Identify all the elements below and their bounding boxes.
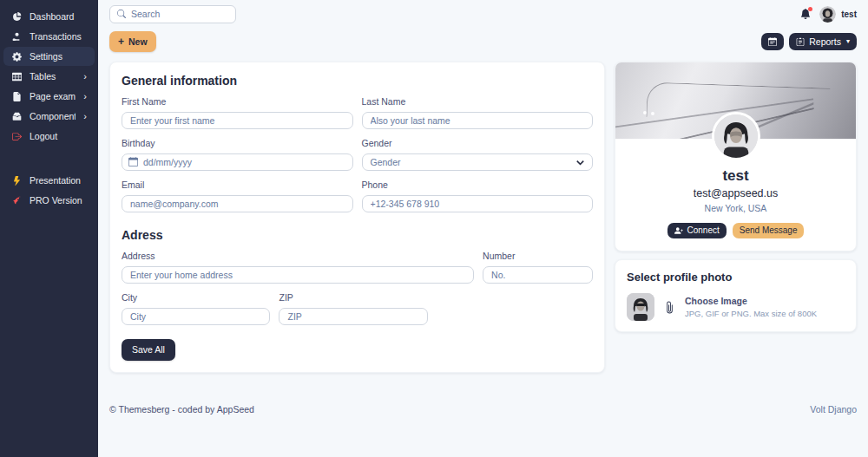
photo-upload-text[interactable]: Choose Image JPG, GIF or PNG. Max size o… <box>685 296 817 318</box>
sidebar-item-label: Components <box>30 111 76 121</box>
sidebar-item-label: Transactions <box>30 31 87 42</box>
document-icon <box>11 91 22 101</box>
sidebar-divider-gap <box>3 147 95 171</box>
hand-cash-icon <box>11 31 22 42</box>
new-button-label: New <box>128 37 148 47</box>
photo-upload-row: Choose Image JPG, GIF or PNG. Max size o… <box>627 293 845 321</box>
calendar-button[interactable] <box>761 33 784 51</box>
person-plus-icon <box>674 226 683 235</box>
notifications-button[interactable] <box>800 9 811 19</box>
select-profile-photo-card: Select profile photo Choose Image JPG, G… <box>615 259 857 332</box>
pie-chart-icon <box>11 11 22 22</box>
plus-icon: + <box>118 36 124 47</box>
profile-avatar <box>712 112 760 160</box>
chevron-right-icon: › <box>83 112 87 121</box>
phone-input[interactable] <box>362 195 594 212</box>
sidebar-item-label: Page examples <box>30 91 76 101</box>
sidebar-item-components[interactable]: Components › <box>3 107 95 126</box>
search-icon <box>117 10 126 18</box>
gender-label: Gender <box>362 138 594 148</box>
connect-button-label: Connect <box>687 226 720 235</box>
chevron-right-icon: › <box>83 92 87 101</box>
search-box <box>109 5 236 23</box>
inbox-icon <box>11 111 22 121</box>
user-menu[interactable]: test <box>819 6 857 23</box>
user-name: test <box>841 10 857 19</box>
sidebar-item-settings[interactable]: Settings <box>3 47 95 66</box>
sidebar-item-label: Dashboard <box>30 11 87 22</box>
calendar-icon <box>128 157 138 166</box>
chevron-right-icon: › <box>83 72 87 82</box>
logout-icon <box>11 131 22 141</box>
topbar-right: test <box>800 6 857 23</box>
gear-icon <box>11 51 22 62</box>
cover-lights <box>643 111 647 114</box>
city-input[interactable] <box>122 308 270 325</box>
number-label: Number <box>483 251 593 261</box>
sidebar-item-transactions[interactable]: Transactions <box>3 27 95 46</box>
sidebar-item-label: PRO Version <box>30 195 87 206</box>
profile-actions: Connect Send Message <box>615 223 856 238</box>
chevron-down-icon <box>576 159 584 166</box>
sidebar-item-presentation[interactable]: Presentation <box>3 171 95 190</box>
content-row: General information First Name Last Name… <box>109 62 857 373</box>
profile-email: test@appseed.us <box>615 187 856 199</box>
number-input[interactable] <box>483 266 593 284</box>
clipboard-icon <box>796 37 805 46</box>
profile-photo-thumbnail <box>627 293 654 321</box>
sidebar-item-tables[interactable]: Tables › <box>3 67 95 86</box>
theme-link[interactable]: Volt Django <box>810 404 857 415</box>
new-button[interactable]: + New <box>109 31 156 52</box>
rocket-icon <box>11 195 22 206</box>
zip-input[interactable] <box>279 308 427 325</box>
sidebar-item-dashboard[interactable]: Dashboard <box>3 7 95 26</box>
select-profile-photo-title: Select profile photo <box>627 271 845 284</box>
chevron-down-icon: ▾ <box>846 38 850 45</box>
avatar <box>819 6 836 23</box>
copyright-text: © Themesberg - coded by AppSeed <box>109 404 254 415</box>
paperclip-icon[interactable] <box>663 301 676 314</box>
address-input[interactable] <box>122 266 474 284</box>
reports-button-label: Reports <box>809 37 841 47</box>
address-label: Address <box>122 251 474 261</box>
save-all-button[interactable]: Save All <box>122 339 175 361</box>
notification-badge <box>808 7 812 11</box>
sidebar-item-pro-version[interactable]: PRO Version <box>3 191 95 210</box>
zip-label: ZIP <box>279 292 427 303</box>
choose-image-label: Choose Image <box>685 296 817 306</box>
choose-image-hint: JPG, GIF or PNG. Max size of 800K <box>685 309 817 318</box>
birthday-label: Birthday <box>122 138 353 148</box>
address-section-title: Adress <box>122 228 593 242</box>
profile-card: test test@appseed.us New York, USA Conne… <box>615 62 857 251</box>
sidebar-item-label: Tables <box>30 71 76 82</box>
sidebar-item-logout[interactable]: Logout <box>3 127 95 146</box>
sidebar: Dashboard Transactions Settings Tables ›… <box>0 0 98 457</box>
toolbar: + New Reports ▾ <box>109 31 857 52</box>
email-label: Email <box>122 180 353 190</box>
send-message-button[interactable]: Send Message <box>733 223 805 238</box>
general-information-title: General information <box>122 74 593 88</box>
first-name-label: First Name <box>122 96 353 107</box>
phone-label: Phone <box>362 180 594 190</box>
calendar-icon <box>768 37 777 46</box>
email-input[interactable] <box>122 195 353 212</box>
birthday-input[interactable] <box>122 153 353 171</box>
sidebar-item-label: Settings <box>30 51 87 62</box>
profile-name: test <box>615 167 856 185</box>
search-input[interactable] <box>131 9 228 19</box>
reports-button[interactable]: Reports ▾ <box>789 33 857 51</box>
right-column: test test@appseed.us New York, USA Conne… <box>615 62 857 332</box>
sidebar-item-label: Logout <box>30 131 87 141</box>
sidebar-item-page-examples[interactable]: Page examples › <box>3 87 95 106</box>
profile-location: New York, USA <box>615 203 856 213</box>
gender-select[interactable]: Gender <box>362 153 594 171</box>
topbar: test <box>109 4 857 23</box>
first-name-input[interactable] <box>122 112 353 129</box>
connect-button[interactable]: Connect <box>667 223 727 238</box>
general-information-card: General information First Name Last Name… <box>109 62 605 373</box>
footer: © Themesberg - coded by AppSeed Volt Dja… <box>109 404 857 415</box>
toolbar-right: Reports ▾ <box>761 33 857 51</box>
last-name-input[interactable] <box>362 112 594 129</box>
main-content: test + New Reports ▾ General information <box>98 0 868 457</box>
sidebar-item-label: Presentation <box>30 175 87 186</box>
